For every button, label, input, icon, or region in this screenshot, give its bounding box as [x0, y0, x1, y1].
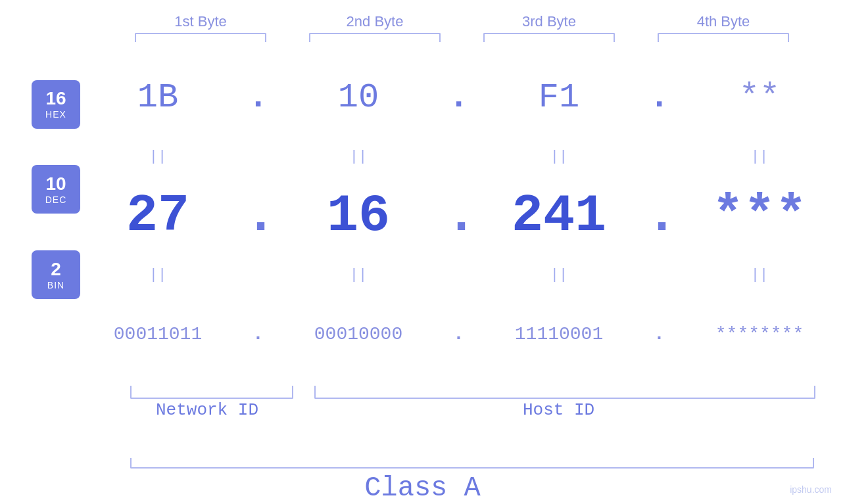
dec-badge: 10 DEC: [32, 165, 80, 214]
byte1-header: 1st Byte: [135, 13, 266, 30]
bin-byte4-value: ********: [715, 324, 804, 344]
dec-byte4-value: ***: [712, 186, 807, 246]
hex-sep2: .: [446, 78, 472, 117]
dec-sep3: .: [646, 186, 673, 246]
network-id-label: Network ID: [156, 400, 258, 420]
main-container: 1st Byte 2nd Byte 3rd Byte 4th Byte 16 H…: [0, 0, 845, 504]
bin-row: 00011011 . 00010000 . 11110001 . *******…: [92, 285, 825, 383]
hex-sep3: .: [646, 78, 673, 117]
byte2-header: 2nd Byte: [309, 13, 441, 30]
hex-byte1-value: 1B: [137, 78, 178, 117]
eq1-byte4: ||: [694, 149, 825, 165]
bin-sep3: .: [646, 324, 673, 344]
eq2-byte1: ||: [92, 267, 224, 283]
dec-byte3-cell: 241: [493, 186, 625, 246]
hex-byte2-cell: 10: [293, 78, 424, 117]
bracket-byte1: [135, 33, 266, 42]
hex-name: HEX: [45, 109, 66, 120]
bracket-byte4: [658, 33, 789, 42]
class-bracket: [130, 458, 814, 469]
eq1-byte1: ||: [92, 149, 224, 165]
dec-row: 27 . 16 . 241 . ***: [92, 167, 825, 265]
eq2-byte2: ||: [293, 267, 424, 283]
base-labels: 16 HEX 10 DEC 2 BIN: [0, 42, 92, 383]
eq-row-1: || || || ||: [92, 147, 825, 167]
bin-byte3-cell: 11110001: [493, 324, 625, 344]
bracket-byte2: [309, 33, 441, 42]
hex-byte2-value: 10: [338, 78, 379, 117]
dec-byte1-value: 27: [126, 186, 189, 246]
dec-byte2-value: 16: [327, 186, 390, 246]
dec-byte3-value: 241: [512, 186, 606, 246]
rows-container: 1B . 10 . F1 . ** || ||: [92, 42, 845, 383]
bin-byte4-cell: ********: [694, 324, 825, 344]
eq2-byte3: ||: [493, 267, 625, 283]
hex-byte4-value: **: [739, 78, 780, 117]
dec-sep2: .: [446, 186, 472, 246]
top-brackets: [114, 33, 811, 42]
byte-headers: 1st Byte 2nd Byte 3rd Byte 4th Byte: [114, 13, 811, 30]
eq1-byte2: ||: [293, 149, 424, 165]
byte4-header: 4th Byte: [658, 13, 789, 30]
watermark: ipshu.com: [790, 484, 832, 495]
class-section: Class A: [0, 458, 845, 504]
eq2-byte4: ||: [694, 267, 825, 283]
bin-byte1-cell: 00011011: [92, 324, 224, 344]
bin-sep1: .: [245, 324, 272, 344]
bin-badge: 2 BIN: [32, 250, 80, 299]
content-area: 16 HEX 10 DEC 2 BIN 1B . 10: [0, 42, 845, 383]
bracket-byte3: [483, 33, 615, 42]
dec-sep1: .: [245, 186, 272, 246]
bottom-section: Network ID Host ID: [0, 386, 845, 451]
host-id-label: Host ID: [523, 400, 594, 420]
hex-byte1-cell: 1B: [92, 78, 224, 117]
eq1-byte3: ||: [493, 149, 625, 165]
bin-byte2-cell: 00010000: [293, 324, 424, 344]
bin-byte2-value: 00010000: [314, 324, 402, 344]
hex-row: 1B . 10 . F1 . **: [92, 49, 825, 147]
dec-byte2-cell: 16: [293, 186, 424, 246]
byte3-header: 3rd Byte: [483, 13, 615, 30]
hex-byte4-cell: **: [694, 78, 825, 117]
bin-byte3-value: 11110001: [515, 324, 603, 344]
dec-byte4-cell: ***: [694, 186, 825, 246]
bin-number: 2: [51, 260, 61, 280]
hex-sep1: .: [245, 78, 272, 117]
hex-byte3-value: F1: [539, 78, 579, 117]
bin-byte1-value: 00011011: [114, 324, 202, 344]
dec-byte1-cell: 27: [92, 186, 224, 246]
class-label: Class A: [0, 472, 845, 504]
network-id-bracket: [130, 386, 293, 399]
eq-row-2: || || || ||: [92, 265, 825, 285]
dec-name: DEC: [45, 195, 67, 205]
hex-badge: 16 HEX: [32, 80, 80, 129]
hex-number: 16: [45, 89, 66, 109]
dec-number: 10: [45, 174, 66, 195]
bin-name: BIN: [47, 280, 64, 290]
hex-byte3-cell: F1: [493, 78, 625, 117]
bin-sep2: .: [446, 324, 472, 344]
host-id-bracket: [314, 386, 815, 399]
